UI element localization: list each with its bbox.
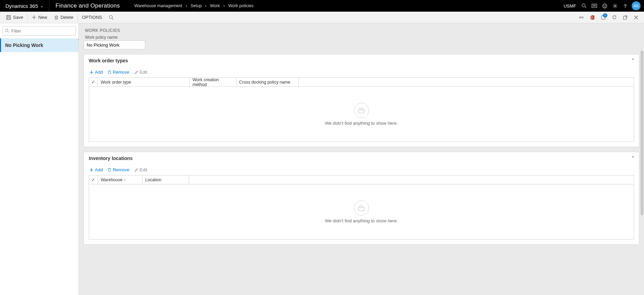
section-title: Work order types <box>89 58 128 63</box>
chevron-up-icon[interactable]: ˄ <box>632 156 634 161</box>
crumb-sep: › <box>223 3 225 8</box>
col-warehouse-label: Warehouse <box>101 177 122 182</box>
main: No Picking Work ‹ WORK POLICIES Work pol… <box>0 23 644 295</box>
legal-entity[interactable]: USMF <box>564 3 576 9</box>
grid-toolbar: Add Remove Edit <box>89 164 634 175</box>
trash-icon <box>54 15 59 20</box>
page-search-button[interactable] <box>106 12 117 23</box>
page-title: WORK POLICIES <box>85 28 639 33</box>
svg-rect-39 <box>358 208 364 211</box>
svg-line-1 <box>585 7 586 8</box>
svg-point-21 <box>579 16 581 18</box>
select-all-checkbox[interactable]: ✓ <box>89 78 98 86</box>
grid-toolbar: Add Remove Edit <box>89 67 634 77</box>
list-pane: No Picking Work ‹ <box>0 23 79 295</box>
save-button[interactable]: Save <box>3 12 27 23</box>
scrollbar-thumb[interactable] <box>641 51 643 215</box>
svg-rect-11 <box>8 17 10 19</box>
search-icon[interactable] <box>579 0 589 12</box>
attachments-button[interactable] <box>576 12 586 23</box>
feedback-icon[interactable] <box>599 0 610 12</box>
svg-point-0 <box>582 4 585 7</box>
svg-rect-25 <box>623 16 627 19</box>
popout-button[interactable] <box>620 12 630 23</box>
inventory-locations-grid: ✓ Warehouse↑ Location We didn't find any… <box>89 175 634 239</box>
col-cross-docking[interactable]: Cross docking policy name <box>236 78 299 86</box>
new-label: New <box>38 15 47 20</box>
header-right: USMF ? AS <box>564 0 644 12</box>
crumb-3[interactable]: Work policies <box>228 3 253 8</box>
grid-empty-state: We didn't find anything to show here. <box>89 184 634 239</box>
filter-input[interactable] <box>11 28 73 34</box>
add-button[interactable]: Add <box>89 70 103 75</box>
search-icon <box>5 29 9 33</box>
section-header[interactable]: Inventory locations ˄ <box>84 152 639 164</box>
svg-rect-24 <box>602 15 605 19</box>
content-pane: WORK POLICIES Work policy name Work orde… <box>79 23 644 295</box>
grid-header: ✓ Work order type Work creation method C… <box>89 78 634 87</box>
plus-icon <box>32 15 36 20</box>
svg-point-19 <box>109 15 112 19</box>
edit-button[interactable]: Edit <box>134 70 147 75</box>
avatar[interactable]: AS <box>632 1 641 10</box>
delete-button[interactable]: Delete <box>51 12 77 23</box>
svg-rect-14 <box>55 16 58 19</box>
section-title: Inventory locations <box>89 156 133 161</box>
chevron-up-icon[interactable]: ˄ <box>632 58 634 63</box>
section-inventory-locations: Inventory locations ˄ Add Remove Edit ✓ … <box>84 152 639 245</box>
search-icon <box>109 15 114 20</box>
crumb-2[interactable]: Work <box>210 3 220 8</box>
col-work-creation-method[interactable]: Work creation method <box>190 78 236 86</box>
crumb-1[interactable]: Setup <box>190 3 202 8</box>
svg-rect-10 <box>8 15 10 17</box>
add-label: Add <box>95 70 103 75</box>
help-icon[interactable]: ? <box>620 0 630 12</box>
office-button[interactable] <box>587 12 597 23</box>
svg-line-29 <box>8 32 9 33</box>
delete-label: Delete <box>61 15 74 20</box>
refresh-button[interactable] <box>609 12 619 23</box>
col-warehouse[interactable]: Warehouse↑ <box>98 175 143 184</box>
crumb-0[interactable]: Warehouse management <box>134 3 182 8</box>
svg-point-28 <box>5 29 8 32</box>
edit-label: Edit <box>140 167 147 172</box>
module-name[interactable]: Finance and Operations <box>49 0 126 12</box>
empty-icon <box>354 103 369 118</box>
messages-icon[interactable] <box>589 0 599 12</box>
divider <box>77 14 78 21</box>
options-button[interactable]: OPTIONS <box>78 12 106 23</box>
list-item-selected[interactable]: No Picking Work <box>0 38 78 52</box>
select-all-checkbox[interactable]: ✓ <box>89 175 98 184</box>
grid-header: ✓ Warehouse↑ Location <box>89 175 634 184</box>
notifications-button[interactable] <box>598 12 608 23</box>
brand-label: Dynamics 365 <box>5 3 38 9</box>
field-label-name: Work policy name <box>85 35 639 40</box>
chevron-down-icon: ⌄ <box>40 3 44 8</box>
filter-box[interactable] <box>3 26 76 36</box>
svg-rect-37 <box>108 169 110 171</box>
section-header[interactable]: Work order types ˄ <box>84 54 639 67</box>
gear-icon[interactable] <box>610 0 620 12</box>
col-location[interactable]: Location <box>143 175 189 184</box>
brand-switcher[interactable]: Dynamics 365 ⌄ <box>0 0 49 12</box>
svg-rect-34 <box>358 110 364 113</box>
breadcrumb: Warehouse management› Setup› Work› Work … <box>126 3 253 8</box>
global-header: Dynamics 365 ⌄ Finance and Operations Wa… <box>0 0 644 12</box>
remove-button[interactable]: Remove <box>108 167 129 172</box>
empty-text: We didn't find anything to show here. <box>325 121 398 126</box>
crumb-sep: › <box>186 3 187 8</box>
remove-button[interactable]: Remove <box>108 70 129 75</box>
edit-button[interactable]: Edit <box>134 167 147 172</box>
work-order-types-grid: ✓ Work order type Work creation method C… <box>89 77 634 142</box>
section-work-order-types: Work order types ˄ Add Remove Edit ✓ Wor… <box>84 54 639 147</box>
add-label: Add <box>95 167 103 172</box>
close-button[interactable] <box>631 12 641 23</box>
grid-empty-state: We didn't find anything to show here. <box>89 87 634 142</box>
add-button[interactable]: Add <box>89 167 103 172</box>
svg-rect-2 <box>592 4 597 8</box>
new-button[interactable]: New <box>28 12 51 23</box>
empty-icon <box>354 200 369 216</box>
scrollbar[interactable] <box>639 23 644 295</box>
col-work-order-type[interactable]: Work order type <box>98 78 190 86</box>
work-policy-name-input[interactable] <box>84 40 145 49</box>
